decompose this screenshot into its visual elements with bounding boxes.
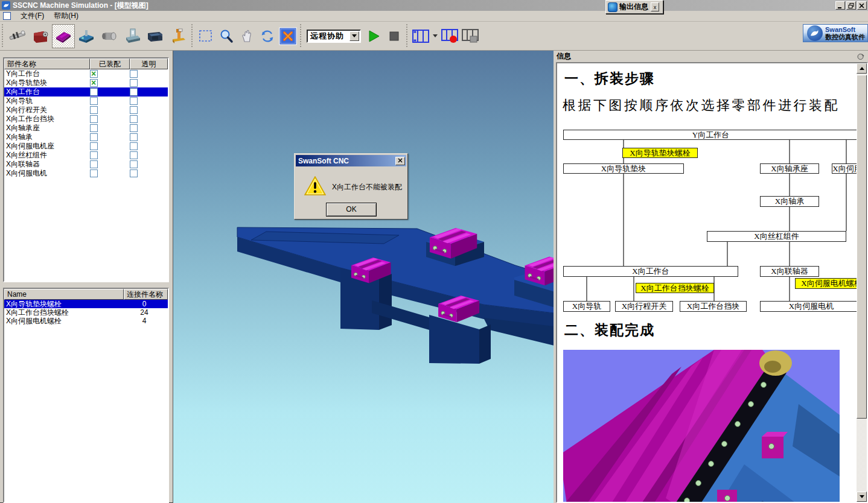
transparent-checkbox[interactable] <box>130 70 138 78</box>
assembled-checkbox[interactable] <box>90 124 98 132</box>
assembled-checkbox[interactable] <box>90 142 98 150</box>
diagram-node[interactable]: X向行程开关 <box>615 301 673 312</box>
scrollbar-thumb[interactable] <box>857 75 867 419</box>
toolbar-gripper[interactable] <box>406 24 408 48</box>
assembled-checkbox[interactable] <box>90 133 98 141</box>
diagram-node[interactable]: X向轴承 <box>760 196 819 207</box>
gearbox-icon[interactable] <box>29 24 52 48</box>
diagram-node[interactable]: X向联轴器 <box>760 266 819 277</box>
transparent-checkbox[interactable] <box>130 88 138 96</box>
doc-scrollbar[interactable] <box>857 63 867 502</box>
playback-film-icon[interactable] <box>460 24 480 48</box>
message-dialog[interactable]: SwanSoft CNC X向工作台不能被装配 OK <box>294 153 408 220</box>
assembled-checkbox[interactable] <box>90 88 98 96</box>
parts-table-row[interactable]: X向导轨 <box>4 96 168 106</box>
menu-file[interactable]: 文件(F) <box>16 10 49 22</box>
diagram-node[interactable]: X向伺服电机座 <box>832 163 857 174</box>
output-info-close-button[interactable]: x <box>651 2 659 11</box>
assembled-checkbox[interactable] <box>90 160 98 168</box>
parts-header-transparent[interactable]: 透明 <box>130 59 168 69</box>
toolbar-gripper[interactable] <box>191 24 193 48</box>
output-info-floating-panel[interactable]: 输出信息 x <box>605 0 663 14</box>
parts-table-row[interactable]: X向伺服电机座 <box>4 142 168 151</box>
worktable-part-icon[interactable] <box>52 24 75 48</box>
lead-screw-icon[interactable] <box>6 24 29 48</box>
toolbar-gripper[interactable] <box>299 24 302 48</box>
record-film-icon[interactable] <box>410 24 431 48</box>
diagram-node[interactable]: X向伺服电机螺栓 <box>795 278 857 289</box>
transparent-checkbox[interactable] <box>130 106 138 114</box>
transparent-checkbox[interactable] <box>130 115 138 123</box>
diagram-node[interactable]: X向工作台 <box>563 266 738 277</box>
fit-view-icon[interactable] <box>278 24 298 48</box>
parts-table-row[interactable]: Y向工作台 <box>4 69 168 78</box>
assembled-checkbox[interactable] <box>90 151 98 159</box>
parts-table-row[interactable]: X向导轨垫块 <box>4 78 168 87</box>
parts-header-name[interactable]: 部件名称 <box>4 59 90 69</box>
transparent-checkbox[interactable] <box>130 97 138 105</box>
transparent-checkbox[interactable] <box>130 169 138 177</box>
parts-table-row[interactable]: X向工作台挡块 <box>4 115 168 124</box>
connections-table-row[interactable]: X向伺服电机螺栓 4 <box>4 317 168 325</box>
stop-button[interactable] <box>384 24 404 48</box>
model-viewport[interactable]: SwanSoft CNC X向工作台不能被装配 OK <box>173 51 554 503</box>
mdi-child-icon[interactable] <box>3 12 11 20</box>
transparent-checkbox[interactable] <box>130 133 138 141</box>
assembled-checkbox[interactable] <box>90 169 98 177</box>
cnc-lathe-icon[interactable] <box>144 24 167 48</box>
assembled-checkbox[interactable] <box>90 115 98 123</box>
conn-header-name[interactable]: Name <box>4 289 124 300</box>
remote-assist-combobox[interactable]: 远程协助 <box>307 30 361 43</box>
marquee-select-icon[interactable] <box>196 24 216 48</box>
assembled-checkbox[interactable] <box>90 70 98 78</box>
pin-icon[interactable] <box>857 53 864 60</box>
machine-assembly-icon[interactable] <box>75 24 98 48</box>
assembled-checkbox[interactable] <box>90 79 98 87</box>
diagram-node[interactable]: Y向工作台 <box>563 130 857 140</box>
transparent-checkbox[interactable] <box>130 160 138 168</box>
conn-header-count[interactable]: 连接件名称 <box>124 289 168 300</box>
scrollbar-up-button[interactable] <box>857 63 867 74</box>
diagram-node[interactable]: X向伺服电机 <box>760 301 857 312</box>
close-button[interactable] <box>857 1 867 10</box>
transparent-checkbox[interactable] <box>130 79 138 87</box>
dialog-ok-button[interactable]: OK <box>326 203 377 217</box>
record-dot-icon[interactable] <box>439 24 460 48</box>
assembled-checkbox[interactable] <box>90 97 98 105</box>
parts-table-row[interactable]: X向联轴器 <box>4 160 168 169</box>
play-button[interactable] <box>363 24 384 48</box>
diagram-node[interactable]: X向导轨 <box>563 301 610 312</box>
assembled-model-image <box>563 350 840 503</box>
pan-hand-icon[interactable] <box>237 24 257 48</box>
minimize-button[interactable] <box>835 1 845 10</box>
transparent-checkbox[interactable] <box>130 151 138 159</box>
dialog-close-button[interactable] <box>395 157 405 165</box>
machine-column-icon[interactable] <box>121 24 144 48</box>
transparent-checkbox[interactable] <box>130 142 138 150</box>
diagram-node[interactable]: X向工作台挡块螺栓 <box>636 283 714 293</box>
rotate-icon[interactable] <box>257 24 278 48</box>
parts-table-row[interactable]: X向行程开关 <box>4 106 168 115</box>
parts-header-assembled[interactable]: 已装配 <box>90 59 130 69</box>
restore-button[interactable] <box>846 1 856 10</box>
parts-table-row[interactable]: X向工作台 <box>4 87 168 96</box>
press-machine-icon[interactable] <box>167 24 190 48</box>
diagram-node[interactable]: X向丝杠组件 <box>707 231 846 242</box>
assembled-checkbox[interactable] <box>90 106 98 114</box>
parts-table-row[interactable]: X向轴承座 <box>4 124 168 133</box>
film-dropdown-arrow[interactable] <box>431 24 439 48</box>
parts-table-row[interactable]: X向丝杠组件 <box>4 151 168 160</box>
transparent-checkbox[interactable] <box>130 124 138 132</box>
diagram-node[interactable]: X向工作台挡块 <box>680 301 747 312</box>
scrollbar-down-button[interactable] <box>857 492 867 502</box>
combo-dropdown-button[interactable] <box>349 31 359 41</box>
coupler-icon[interactable] <box>98 24 121 48</box>
diagram-node[interactable]: X向导轨垫块螺栓 <box>622 148 698 158</box>
diagram-node[interactable]: X向轴承座 <box>760 163 819 174</box>
zoom-icon[interactable] <box>216 24 237 48</box>
parts-table-row[interactable]: X向伺服电机 <box>4 169 168 178</box>
diagram-node[interactable]: X向导轨垫块 <box>563 163 684 174</box>
menu-help[interactable]: 帮助(H) <box>49 10 83 22</box>
toolbar-gripper[interactable] <box>1 24 4 48</box>
parts-table-row[interactable]: X向轴承 <box>4 133 168 142</box>
